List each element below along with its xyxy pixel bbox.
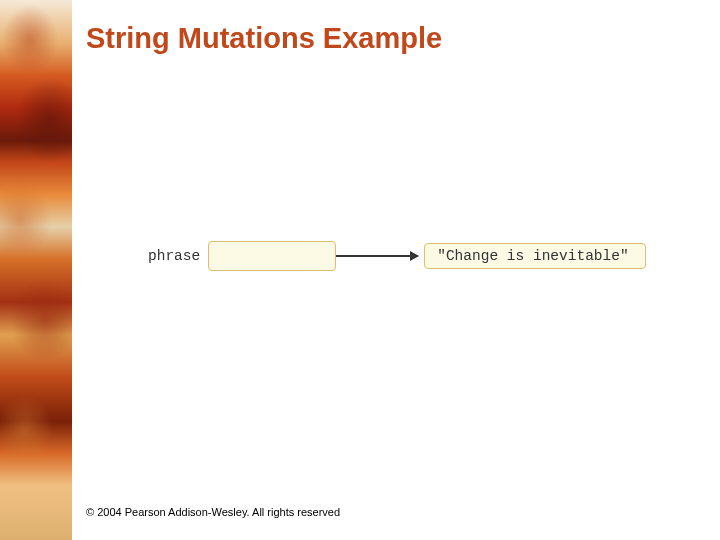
leaves-texture [0,0,72,540]
string-reference-diagram: phrase "Change is inevitable" [148,235,658,277]
copyright-footer: © 2004 Pearson Addison-Wesley. All right… [86,506,340,518]
string-object-box: "Change is inevitable" [424,243,645,269]
reference-arrow [336,255,418,257]
variable-box [208,241,336,271]
decorative-sidebar [0,0,72,540]
page-title: String Mutations Example [86,22,442,55]
variable-name-label: phrase [148,248,200,264]
